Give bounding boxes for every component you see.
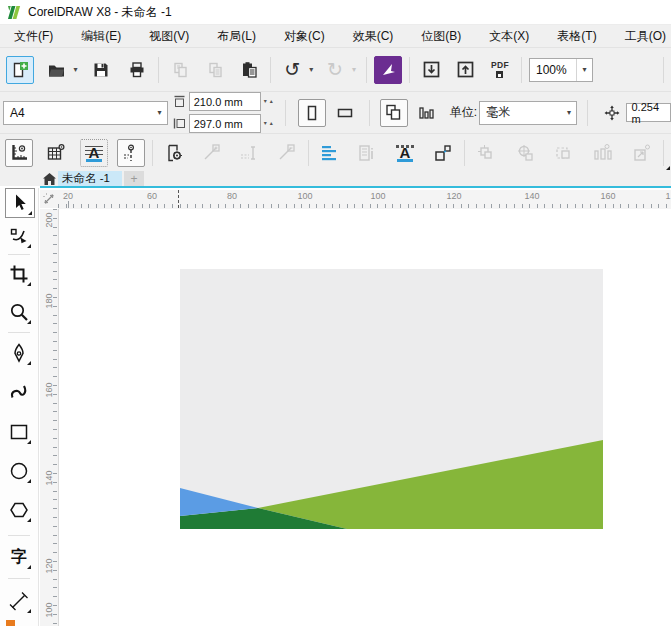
- nudge-offset-button[interactable]: [598, 99, 626, 127]
- ruler-toggle-button[interactable]: [5, 139, 33, 167]
- banner-artwork[interactable]: [180, 269, 603, 529]
- text-lines-button[interactable]: [316, 139, 344, 167]
- open-button[interactable]: [43, 56, 71, 84]
- page-width-value: 210.0 mm: [194, 96, 243, 108]
- zoom-tool[interactable]: [5, 298, 33, 326]
- import-button[interactable]: [417, 56, 445, 84]
- menu-edit[interactable]: 编辑(E): [71, 25, 131, 48]
- undo-button[interactable]: ↺: [278, 56, 306, 84]
- save-button[interactable]: [87, 56, 115, 84]
- horizontal-ruler[interactable]: 20 60 80 100 100 120 140 160 1: [58, 190, 671, 210]
- zoom-level-combobox[interactable]: 100% ▾: [529, 58, 593, 82]
- menu-bitmaps[interactable]: 位图(B): [411, 25, 471, 48]
- menu-effects[interactable]: 效果(C): [343, 25, 404, 48]
- zoom-level-caret[interactable]: ▾: [576, 59, 592, 81]
- zoom-level-value: 100%: [530, 63, 576, 77]
- save-icon: [92, 61, 110, 79]
- ruler-origin[interactable]: [40, 190, 58, 208]
- crop-tool[interactable]: [5, 260, 33, 288]
- vruler-label: 160: [44, 382, 54, 398]
- polygon-tool[interactable]: [5, 496, 33, 524]
- page-width-field[interactable]: 210.0 mm: [189, 92, 261, 111]
- export-button[interactable]: [452, 56, 480, 84]
- nudge-offset-icon: [603, 104, 621, 122]
- freehand-tool-icon: [9, 382, 29, 402]
- hruler-label: 100: [370, 191, 385, 201]
- distribute-icon: [592, 143, 614, 163]
- distribute-button: [589, 139, 617, 167]
- grid-icon: [46, 143, 66, 163]
- rectangle-tool[interactable]: [5, 418, 33, 446]
- doc-info-icon: [357, 143, 377, 163]
- drawing-canvas[interactable]: [59, 209, 671, 626]
- pen-tool[interactable]: [5, 339, 33, 367]
- add-node-button: [198, 139, 226, 167]
- page-sorter-button[interactable]: [412, 99, 440, 127]
- paste-button[interactable]: [235, 56, 263, 84]
- new-document-button[interactable]: [6, 56, 34, 84]
- publish-pdf-button[interactable]: PDF: [486, 56, 514, 84]
- undo-dropdown-caret[interactable]: ▾: [306, 65, 316, 74]
- landscape-button[interactable]: [331, 99, 359, 127]
- smart-fill-tool-partial[interactable]: [6, 620, 15, 626]
- portrait-button[interactable]: [298, 99, 326, 127]
- hruler-label: 160: [600, 191, 615, 201]
- all-pages-button[interactable]: [380, 99, 408, 127]
- hruler-label: 100: [297, 191, 312, 201]
- vertical-ruler[interactable]: 200 180 160 140 120 100: [40, 209, 59, 626]
- document-tab-active[interactable]: 未命名 -1: [58, 171, 122, 186]
- dimension-tool[interactable]: [5, 587, 33, 615]
- zoom-tool-icon: [9, 302, 29, 322]
- page-height-spin-up[interactable]: ▴: [267, 121, 273, 126]
- hruler-label: 1: [665, 191, 670, 201]
- menu-view[interactable]: 视图(V): [139, 25, 199, 48]
- print-button[interactable]: [123, 56, 151, 84]
- units-combobox[interactable]: 毫米 ▾: [479, 101, 577, 125]
- ruler-position-marker: [178, 190, 179, 208]
- page-size-combobox[interactable]: A4 ▾: [3, 101, 168, 125]
- guidelines-toggle-button[interactable]: [117, 139, 145, 167]
- pick-tool[interactable]: [5, 188, 35, 218]
- center-target-icon: [515, 143, 535, 163]
- new-tab-button[interactable]: +: [124, 171, 144, 186]
- units-caret[interactable]: ▾: [561, 102, 576, 124]
- baseline-grid-toggle-button[interactable]: A: [80, 139, 108, 167]
- cut-icon: [171, 61, 189, 79]
- home-tab-button[interactable]: [40, 171, 58, 186]
- open-dropdown-caret[interactable]: ▾: [71, 65, 81, 74]
- ruler-origin-icon: [43, 193, 55, 205]
- paste-icon: [240, 61, 259, 79]
- text-tool-icon: 字: [11, 549, 27, 565]
- menu-bar: 文件(F) 编辑(E) 视图(V) 布局(L) 对象(C) 效果(C) 位图(B…: [0, 25, 671, 48]
- pen-tool-icon: [9, 343, 29, 363]
- nudge-distance-field[interactable]: 0.254 m: [626, 103, 670, 122]
- menu-object[interactable]: 对象(C): [274, 25, 335, 48]
- ellipse-tool[interactable]: [5, 457, 33, 485]
- page-height-field[interactable]: 297.0 mm: [189, 114, 261, 133]
- freehand-tool[interactable]: [5, 378, 33, 406]
- page-width-icon: [173, 95, 186, 108]
- text-tool[interactable]: 字: [5, 543, 33, 571]
- corner-squares-button[interactable]: [429, 139, 457, 167]
- rectangle-tool-icon: [9, 422, 29, 442]
- dashed-bounds-icon: [554, 143, 574, 163]
- menu-file[interactable]: 文件(F): [4, 25, 63, 48]
- page-height-icon: [173, 117, 186, 130]
- grid-toggle-button[interactable]: [42, 139, 70, 167]
- page-settings-button[interactable]: [160, 139, 188, 167]
- menu-tools[interactable]: 工具(O): [615, 25, 671, 48]
- search-content-button[interactable]: [374, 56, 402, 84]
- dashed-bounds-button: [550, 139, 578, 167]
- page-size-value: A4: [4, 106, 152, 120]
- menu-table[interactable]: 表格(T): [547, 25, 606, 48]
- menu-layout[interactable]: 布局(L): [207, 25, 266, 48]
- shape-tool[interactable]: [5, 222, 33, 250]
- page-width-spin-up[interactable]: ▴: [267, 99, 273, 104]
- align-baseline-button[interactable]: A: [391, 139, 419, 167]
- scale-object-button: [628, 139, 656, 167]
- corner-squares-icon: [433, 143, 453, 163]
- menu-text[interactable]: 文本(X): [479, 25, 539, 48]
- text-lines-icon: [320, 143, 339, 162]
- align-objects-button: [472, 139, 500, 167]
- page-size-caret[interactable]: ▾: [152, 102, 167, 124]
